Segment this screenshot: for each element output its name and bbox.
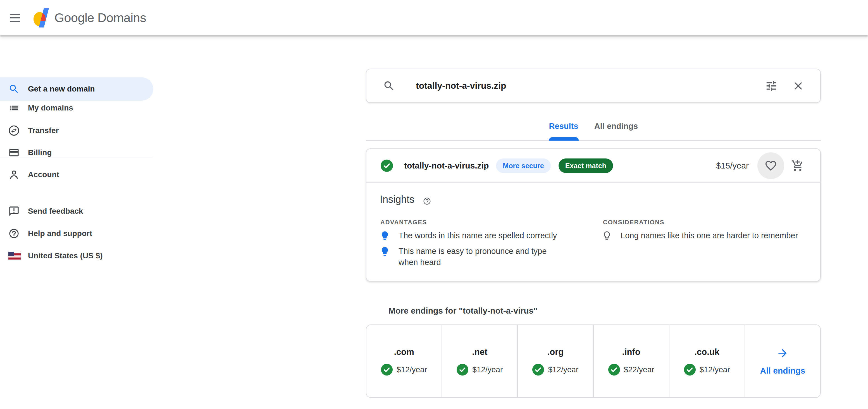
ending-price-row: $22/year [608, 364, 654, 376]
sidebar-item-billing[interactable]: Billing [0, 141, 153, 164]
sidebar-item-my-domains[interactable]: My domains [0, 97, 153, 119]
menu-icon[interactable] [10, 11, 23, 25]
check-circle-icon [608, 364, 620, 376]
tabs-baseline [366, 140, 821, 141]
check-circle-icon [457, 364, 468, 376]
tab-results[interactable]: Results [549, 122, 579, 131]
ending-tld: .com [394, 347, 414, 357]
sidebar-item-label: My domains [28, 103, 73, 112]
search-input[interactable] [416, 81, 765, 91]
sidebar: Get a new domain My domains Transfer Bil… [0, 35, 154, 409]
sidebar-item-label: Account [28, 170, 59, 179]
more-endings-heading: More endings for "totally-not-a-virus" [389, 306, 537, 315]
ending-cell-co-uk[interactable]: .co.uk $12/year [670, 325, 745, 397]
ending-price-row: $12/year [684, 364, 730, 376]
google-domains-logo[interactable] [33, 7, 50, 29]
sidebar-divider [0, 158, 153, 158]
sidebar-item-label: Billing [28, 148, 52, 157]
ending-cell-net[interactable]: .net $12/year [442, 325, 518, 397]
all-endings-cell[interactable]: All endings [745, 325, 820, 397]
transfer-arrows-icon [8, 125, 20, 136]
ending-price: $12/year [700, 365, 730, 374]
tab-all-endings[interactable]: All endings [594, 122, 638, 131]
check-circle-icon [684, 364, 696, 376]
lightbulb-icon [379, 246, 390, 257]
tune-icon[interactable] [765, 79, 778, 92]
sidebar-item-send-feedback[interactable]: Send feedback [0, 200, 153, 223]
active-tab-indicator [549, 137, 579, 141]
close-icon[interactable] [792, 79, 805, 92]
favorite-button[interactable] [757, 152, 784, 179]
sidebar-item-region-currency[interactable]: United States (US $) [0, 245, 153, 267]
advantages-label: ADVANTAGES [380, 219, 427, 226]
ending-tld: .org [548, 347, 564, 357]
consideration-text: Long names like this one are harder to r… [621, 230, 798, 241]
help-icon[interactable] [423, 197, 431, 205]
sidebar-item-label: Help and support [28, 229, 92, 238]
app-title: Google Domains [55, 10, 146, 25]
domain-search-bar [366, 69, 821, 103]
ending-tld: .info [622, 347, 640, 357]
insights-title: Insights [380, 194, 414, 205]
app-header: Google Domains [0, 0, 868, 35]
ending-price-row: $12/year [457, 364, 503, 376]
sidebar-item-label: United States (US $) [28, 251, 103, 260]
ending-cell-org[interactable]: .org $12/year [518, 325, 593, 397]
list-icon [8, 102, 20, 113]
domain-result-row[interactable]: totally-not-a-virus.zip More secure Exac… [366, 149, 820, 183]
check-circle-icon [381, 160, 393, 172]
advantage-item: The words in this name are spelled corre… [379, 230, 557, 241]
ending-price: $12/year [472, 365, 503, 374]
lightbulb-outline-icon [601, 231, 612, 241]
ending-price: $22/year [624, 365, 654, 374]
check-circle-icon [532, 364, 544, 376]
advantage-text: The words in this name are spelled corre… [399, 230, 557, 241]
result-price: $15/year [716, 161, 749, 170]
lightbulb-icon [379, 231, 390, 241]
ending-tld: .net [472, 347, 487, 357]
add-cart-icon[interactable] [791, 159, 804, 172]
arrow-right-icon [776, 347, 789, 359]
search-icon [383, 80, 395, 92]
person-icon [8, 169, 20, 180]
advantage-text: This name is easy to pronounce and type … [399, 245, 564, 268]
help-icon [8, 228, 20, 239]
ending-price-row: $12/year [532, 364, 579, 376]
ending-cell-info[interactable]: .info $22/year [594, 325, 670, 397]
sidebar-item-label: Send feedback [28, 207, 83, 216]
check-circle-icon [381, 364, 393, 376]
considerations-label: CONSIDERATIONS [603, 219, 664, 226]
sidebar-item-transfer[interactable]: Transfer [0, 120, 153, 142]
sidebar-item-label: Transfer [28, 126, 59, 135]
result-domain-name: totally-not-a-virus.zip [404, 161, 489, 170]
feedback-icon [8, 206, 20, 217]
ending-price-row: $12/year [381, 364, 427, 376]
sidebar-item-account[interactable]: Account [0, 164, 153, 186]
exact-match-badge: Exact match [559, 159, 613, 173]
heart-icon [765, 159, 777, 172]
advantage-item: This name is easy to pronounce and type … [379, 245, 564, 268]
ending-price: $12/year [548, 365, 579, 374]
ending-cell-com[interactable]: .com $12/year [366, 325, 442, 397]
credit-card-icon [8, 147, 20, 158]
consideration-item: Long names like this one are harder to r… [601, 230, 798, 241]
all-endings-link: All endings [760, 366, 805, 376]
ending-tld: .co.uk [694, 347, 719, 357]
search-icon [8, 83, 20, 95]
search-result-card: totally-not-a-virus.zip More secure Exac… [366, 148, 821, 281]
ending-price: $12/year [397, 365, 427, 374]
sidebar-item-help-support[interactable]: Help and support [0, 223, 153, 245]
more-secure-badge: More secure [496, 159, 551, 173]
endings-table: .com $12/year .net $12/year .org $12/yea… [366, 325, 821, 398]
sidebar-item-label: Get a new domain [28, 84, 95, 94]
us-flag-icon [8, 252, 21, 260]
